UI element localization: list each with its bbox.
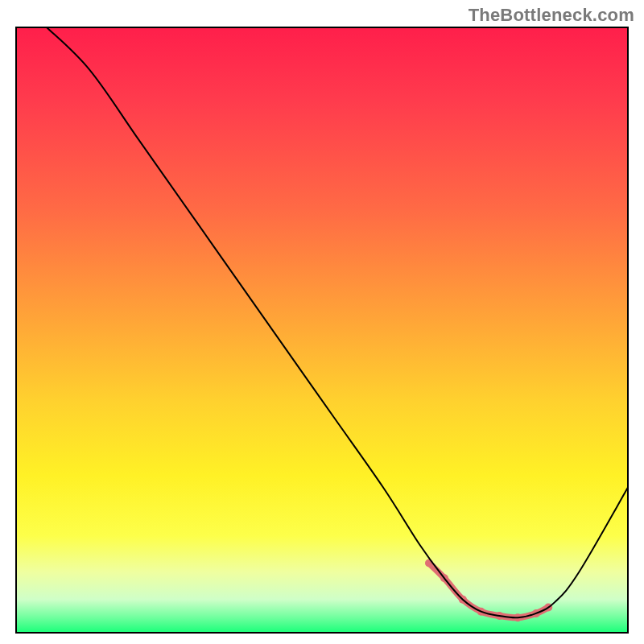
watermark-text: TheBottleneck.com	[469, 5, 634, 26]
chart-background	[16, 27, 628, 633]
chart-svg	[0, 0, 644, 644]
chart-container: TheBottleneck.com	[0, 0, 644, 644]
